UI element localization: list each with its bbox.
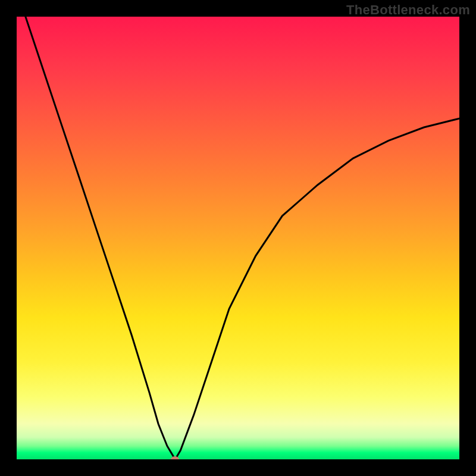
watermark-text: TheBottleneck.com (346, 2, 470, 18)
curve-svg (17, 17, 459, 459)
minimum-marker (171, 456, 179, 459)
bottleneck-curve (26, 17, 459, 459)
plot-area (17, 17, 459, 459)
chart-frame: TheBottleneck.com (0, 0, 476, 476)
